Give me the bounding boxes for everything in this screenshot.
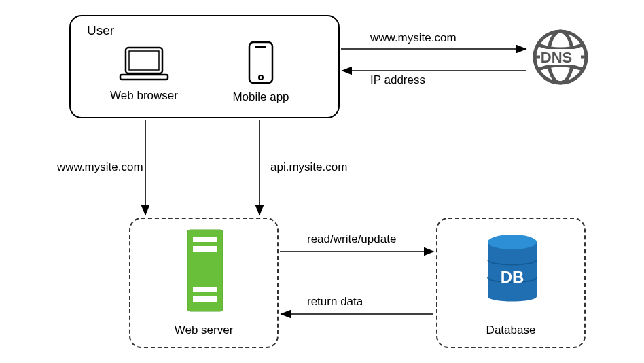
- smartphone-icon: [247, 41, 274, 88]
- mobile-app-group: Mobile app: [227, 41, 295, 104]
- arrow-label-to-dns: www.mysite.com: [370, 31, 457, 45]
- mobile-app-label: Mobile app: [227, 90, 295, 104]
- svg-point-15: [488, 235, 537, 249]
- dns-label: DNS: [526, 49, 586, 67]
- svg-rect-12: [193, 246, 217, 252]
- db-text: DB: [484, 268, 541, 287]
- svg-rect-3: [249, 42, 272, 83]
- web-server-box: Web server: [129, 218, 279, 348]
- web-browser-label: Web browser: [103, 89, 185, 103]
- dns-node: DNS: [526, 27, 594, 90]
- web-server-label: Web server: [130, 324, 277, 337]
- svg-rect-11: [193, 237, 217, 242]
- laptop-icon: [118, 46, 171, 85]
- svg-rect-2: [120, 75, 168, 80]
- svg-point-5: [259, 75, 263, 80]
- svg-rect-13: [193, 287, 217, 292]
- svg-rect-1: [129, 51, 159, 70]
- user-box: User Web browser Mobile app: [69, 15, 340, 118]
- database-box: DB Database: [436, 218, 586, 348]
- database-icon: DB: [484, 231, 541, 311]
- arrow-label-browser-down: www.mysite.com: [57, 160, 143, 174]
- svg-rect-14: [193, 296, 217, 302]
- database-label: Database: [437, 324, 584, 337]
- web-browser-group: Web browser: [103, 46, 185, 103]
- arrow-label-mobile-down: api.mysite.com: [270, 160, 347, 174]
- arrow-label-db-to-server: return data: [307, 295, 363, 309]
- server-icon: [186, 228, 224, 316]
- arrow-label-server-to-db: read/write/update: [307, 232, 396, 246]
- user-box-title: User: [87, 23, 114, 38]
- arrow-label-from-dns: IP address: [370, 73, 425, 87]
